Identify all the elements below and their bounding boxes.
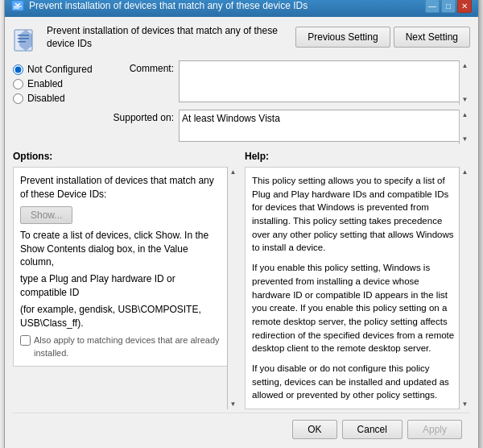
help-paragraph-2: If you enable this policy setting, Windo…: [252, 261, 455, 355]
options-desc1: To create a list of devices, click Show.…: [20, 229, 223, 269]
window-icon: [11, 0, 24, 12]
comment-textarea-wrapper: ▲ ▼: [179, 60, 470, 105]
minimize-button[interactable]: —: [425, 0, 440, 13]
options-column: Options: Prevent installation of devices…: [13, 151, 238, 409]
options-main-label: Prevent installation of devices that mat…: [20, 174, 223, 201]
options-scroll-down[interactable]: ▼: [229, 399, 238, 409]
options-panel: Prevent installation of devices that mat…: [13, 167, 238, 367]
main-window: Prevent installation of devices that mat…: [4, 0, 479, 448]
apply-button[interactable]: Apply: [407, 420, 462, 439]
form-section: Not Configured Enabled Disabled Comment:: [13, 60, 470, 144]
right-fields: Comment: ▲ ▼ Supported on: At least Wind…: [109, 60, 470, 144]
help-panel: This policy setting allows you to specif…: [245, 167, 470, 409]
options-scroll-up[interactable]: ▲: [229, 167, 238, 177]
help-scrollbar: ▲ ▼: [459, 167, 470, 409]
help-paragraph-1: This policy setting allows you to specif…: [252, 174, 455, 255]
header-row: Prevent installation of devices that mat…: [13, 25, 470, 52]
options-scrollbar: ▲ ▼: [227, 167, 238, 409]
help-paragraph-3: If you disable or do not configure this …: [252, 362, 455, 402]
supported-on-scroll-down[interactable]: ▼: [460, 134, 470, 144]
options-panel-wrapper: Prevent installation of devices that mat…: [13, 167, 238, 409]
next-setting-button[interactable]: Next Setting: [394, 27, 470, 48]
options-example: (for example, gendisk, USB\COMPOSITE, US…: [20, 303, 223, 330]
help-column: Help: This policy setting allows you to …: [245, 151, 470, 409]
also-apply-checkbox-label[interactable]: Also apply to matching devices that are …: [20, 334, 223, 359]
disabled-radio[interactable]: Disabled: [13, 93, 101, 104]
radio-group: Not Configured Enabled Disabled: [13, 60, 101, 144]
supported-on-value: [179, 110, 470, 142]
svg-rect-4: [18, 35, 29, 36]
comment-scroll-down[interactable]: ▼: [460, 94, 470, 105]
footer: OK Cancel Apply: [13, 413, 470, 446]
close-button[interactable]: ✕: [457, 0, 472, 13]
not-configured-radio[interactable]: Not Configured: [13, 64, 101, 75]
options-content: Prevent installation of devices that mat…: [20, 174, 223, 359]
disabled-label: Disabled: [27, 93, 65, 104]
policy-icon: [13, 27, 39, 52]
header-icon-area: [13, 25, 39, 52]
show-button: Show...: [20, 206, 72, 224]
cancel-button[interactable]: Cancel: [342, 420, 402, 439]
comment-scrollbar: ▲ ▼: [459, 60, 470, 105]
comment-textarea[interactable]: [179, 60, 470, 102]
supported-on-wrapper: At least Windows Vista ▲ ▼: [179, 110, 470, 144]
svg-rect-5: [18, 38, 29, 39]
not-configured-label: Not Configured: [27, 64, 93, 75]
previous-setting-button[interactable]: Previous Setting: [295, 27, 390, 48]
supported-on-scroll-up[interactable]: ▲: [460, 110, 470, 120]
enabled-label: Enabled: [27, 78, 63, 89]
help-scroll-down[interactable]: ▼: [460, 399, 470, 409]
comment-scroll-up[interactable]: ▲: [460, 60, 470, 71]
title-bar-left: Prevent installation of devices that mat…: [11, 0, 425, 12]
comment-label: Comment:: [109, 60, 174, 74]
comment-row: Comment: ▲ ▼: [109, 60, 470, 105]
supported-on-row: Supported on: At least Windows Vista ▲ ▼: [109, 110, 470, 144]
header-buttons: Previous Setting Next Setting: [295, 25, 470, 48]
help-panel-wrapper: This policy setting allows you to specif…: [245, 167, 470, 409]
bottom-section: Options: Prevent installation of devices…: [13, 151, 470, 409]
svg-rect-6: [18, 41, 26, 43]
help-title: Help:: [245, 151, 470, 162]
help-content: This policy setting allows you to specif…: [252, 174, 455, 402]
enabled-radio[interactable]: Enabled: [13, 78, 101, 89]
window-title: Prevent installation of devices that mat…: [29, 0, 308, 11]
title-bar: Prevent installation of devices that mat…: [5, 0, 478, 17]
title-buttons: — □ ✕: [425, 0, 472, 13]
also-apply-label: Also apply to matching devices that are …: [34, 334, 223, 359]
dialog-content: Prevent installation of devices that mat…: [5, 17, 478, 448]
supported-on-label: Supported on:: [109, 110, 174, 123]
options-title: Options:: [13, 151, 238, 162]
header-title: Prevent installation of devices that mat…: [47, 25, 287, 50]
also-apply-checkbox[interactable]: [20, 335, 31, 346]
supported-on-scrollbar: ▲ ▼: [459, 110, 470, 144]
help-scroll-up[interactable]: ▲: [460, 167, 470, 177]
options-desc2: type a Plug and Play hardware ID or comp…: [20, 272, 223, 300]
ok-button[interactable]: OK: [292, 420, 336, 439]
maximize-button[interactable]: □: [441, 0, 456, 13]
